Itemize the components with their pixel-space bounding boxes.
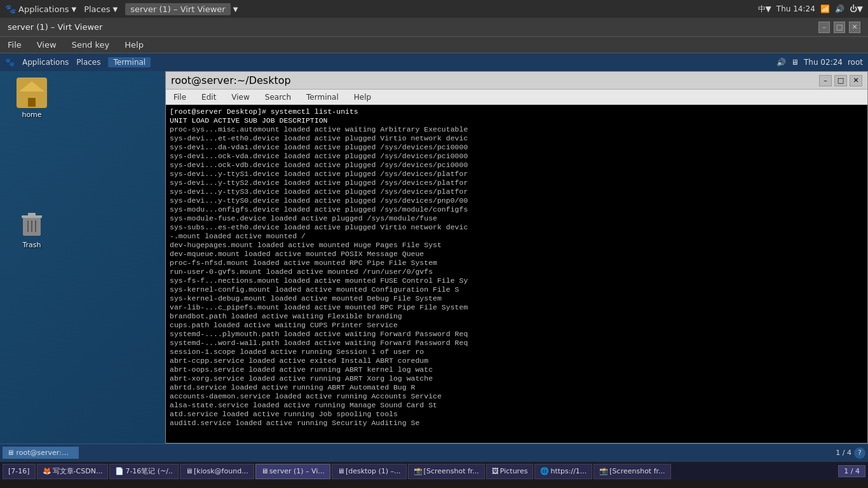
topbar-applications[interactable]: Applications (18, 4, 69, 14)
vm-icon-small: 🖥 (337, 467, 344, 475)
svg-rect-2 (28, 98, 36, 107)
vm-area: 🐾 Applications Places Terminal 🔊 🖥 Thu 0… (0, 53, 868, 461)
terminal-line-5: sys-devi...ock-vdb.device loaded active … (170, 161, 864, 170)
terminal-line-4: sys-devi...ock-vda.device loaded active … (170, 152, 864, 161)
terminal-menu-terminal[interactable]: Terminal (304, 92, 341, 103)
desktop-icons: home Trash (0, 71, 64, 444)
terminal-maximize-button[interactable]: □ (834, 75, 847, 86)
screenshot-icon: 📸 (414, 467, 423, 475)
vm-taskbar-terminal[interactable]: 🖥 root@server:~/Desktop (3, 447, 79, 459)
terminal-close-button[interactable]: ✕ (850, 75, 862, 86)
terminal-line-25: systemd-...word-wall.path loaded active … (170, 339, 864, 348)
terminal-line-header: UNIT LOAD ACTIVE SUB JOB DESCRIPTION (170, 116, 864, 125)
terminal-menu-edit[interactable]: Edit (199, 92, 219, 103)
system-topbar: 🐾 Applications ▼ Places ▼ server (1) – V… (0, 0, 868, 18)
terminal-line-cmd: [root@server Desktop]# systemctl list-un… (170, 107, 864, 116)
host-taskbar-item-7[interactable]: 🖼Pictures (486, 464, 534, 479)
firefox-icon: 🦊 (43, 467, 51, 475)
host-taskbar-item-2[interactable]: 📄7-16笔记 (~/.. (109, 464, 179, 479)
svg-rect-5 (28, 213, 36, 216)
trash-icon[interactable]: Trash (17, 208, 47, 249)
terminal-line-21: var-lib-...c_pipefs.mount loaded active … (170, 303, 864, 312)
topbar-chevron: ▼ (71, 6, 76, 13)
vm-desktop: home Trash root@server (0, 71, 868, 444)
vv-menu-view[interactable]: View (34, 39, 59, 51)
terminal-line-26: session-1.scope loaded active running Se… (170, 348, 864, 356)
host-taskbar-item-0[interactable]: [7-16] (3, 464, 36, 479)
terminal-line-33: atd.service loaded active running Job sp… (170, 410, 864, 419)
terminal-line-13: -.mount loaded active mounted / (170, 232, 864, 241)
host-taskbar: [7-16] 🦊写文章-CSDN... 📄7-16笔记 (~/.. 🖥[kios… (0, 461, 868, 480)
terminal-line-31: accounts-daemon.service loaded active ru… (170, 392, 864, 401)
vv-title: server (1) – Virt Viewer (8, 22, 102, 32)
vm-taskbar-terminal-icon: 🖥 (7, 449, 14, 457)
terminal-line-14: dev-hugepages.mount loaded active mounte… (170, 241, 864, 250)
terminal-line-8: sys-devi...y-ttyS3.device loaded active … (170, 187, 864, 196)
terminal-title: root@server:~/Desktop (171, 74, 291, 86)
terminal-line-18: sys-fs-f...nections.mount loaded active … (170, 276, 864, 285)
topbar-places[interactable]: Places (84, 4, 110, 14)
vv-menu-help[interactable]: Help (122, 39, 146, 51)
terminal-line-22: brandbot.path loaded active waiting Flex… (170, 312, 864, 321)
vm-help-icon: ? (854, 447, 865, 459)
terminal-menu-view[interactable]: View (229, 92, 252, 103)
vm-taskbar-terminal-label: root@server:~/Desktop (17, 449, 79, 457)
terminal-titlebar: root@server:~/Desktop – □ ✕ (166, 72, 867, 90)
terminal-line-9: sys-devi...y-ttyS0.device loaded active … (170, 196, 864, 205)
topbar-places-chevron: ▼ (112, 6, 118, 13)
vv-menu-sendkey[interactable]: Send key (69, 39, 112, 51)
host-taskbar-item-3[interactable]: 🖥[kiosk@found... (180, 464, 254, 479)
file-icon: 📄 (115, 467, 124, 475)
vm-places[interactable]: Places (76, 58, 100, 67)
terminal-line-1: proc-sys...misc.automount loaded active … (170, 125, 864, 134)
topbar-right: 中▼ Thu 14:24 📶 🔊 ⏻▼ (758, 4, 863, 15)
web-icon: 🌐 (540, 467, 549, 475)
terminal-line-7: sys-devi...y-ttyS2.device loaded active … (170, 179, 864, 187)
topbar-power-icon[interactable]: ⏻▼ (850, 4, 863, 13)
vm-taskbar-items: 🖥 root@server:~/Desktop (3, 447, 79, 459)
vv-menu-file[interactable]: File (5, 39, 24, 51)
vm-user: root (848, 58, 863, 67)
svg-marker-1 (19, 81, 44, 92)
vm-topbar-left: 🐾 Applications Places Terminal (5, 57, 151, 67)
pictures-icon: 🖼 (492, 467, 499, 475)
terminal-menu-search[interactable]: Search (262, 92, 294, 103)
terminal-line-3: sys-devi...da-vda1.device loaded active … (170, 143, 864, 152)
terminal-minimize-button[interactable]: – (819, 75, 832, 86)
terminal-line-32: alsa-state.service loaded active running… (170, 401, 864, 410)
host-taskbar-item-9[interactable]: 📸[Screenshot fr... (593, 464, 670, 479)
trash-icon-label: Trash (22, 241, 41, 249)
host-taskbar-item-1[interactable]: 🦊写文章-CSDN... (37, 464, 109, 479)
vm-apps-icon: 🐾 (5, 58, 15, 67)
topbar-volume-icon: 🔊 (835, 4, 844, 13)
terminal-line-15: dev-mqueue.mount loaded active mounted P… (170, 250, 864, 259)
host-taskbar-item-8[interactable]: 🌐https://1... (534, 464, 592, 479)
terminal-line-12: sys-subs...es-eth0.device loaded active … (170, 223, 864, 232)
terminal-line-2: sys-devi...et-eth0.device loaded active … (170, 134, 864, 143)
vm-applications[interactable]: Applications (22, 58, 69, 67)
screenshot2-icon: 📸 (599, 467, 608, 475)
terminal-line-11: sys-module-fuse.device loaded active plu… (170, 214, 864, 223)
vm-time: Thu 02:24 (804, 58, 843, 67)
terminal-line-20: sys-kernel-debug.mount loaded active mou… (170, 294, 864, 303)
host-taskbar-item-5[interactable]: 🖥[desktop (1) –... (332, 464, 407, 479)
vm-terminal-btn[interactable]: Terminal (108, 57, 151, 67)
home-folder-icon (17, 78, 47, 108)
host-taskbar-item-4[interactable]: 🖥server (1) – Vi... (255, 464, 330, 479)
vv-maximize-button[interactable]: □ (834, 22, 845, 33)
topbar-time: Thu 14:24 (776, 4, 815, 13)
host-taskbar-item-6[interactable]: 📸[Screenshot fr... (408, 464, 485, 479)
terminal-content[interactable]: [root@server Desktop]# systemctl list-un… (166, 105, 867, 443)
terminal-line-27: abrt-ccpp.service loaded active exited I… (170, 356, 864, 365)
terminal-line-24: systemd-....plymouth.path loaded active … (170, 330, 864, 339)
terminal-menu-file[interactable]: File (171, 92, 189, 103)
topbar-window-chevron: ▼ (233, 6, 238, 13)
terminal-menu-help[interactable]: Help (351, 92, 374, 103)
vv-minimize-button[interactable]: – (818, 22, 830, 33)
home-icon[interactable]: home (17, 78, 47, 119)
vm-display-icon: 🖥 (791, 58, 799, 67)
vv-close-button[interactable]: ✕ (849, 22, 860, 33)
terminal-line-34: auditd.service loaded active running Sec… (170, 419, 864, 428)
vv-titlebar: server (1) – Virt Viewer – □ ✕ (0, 18, 868, 37)
topbar-lang: 中▼ (758, 4, 771, 15)
